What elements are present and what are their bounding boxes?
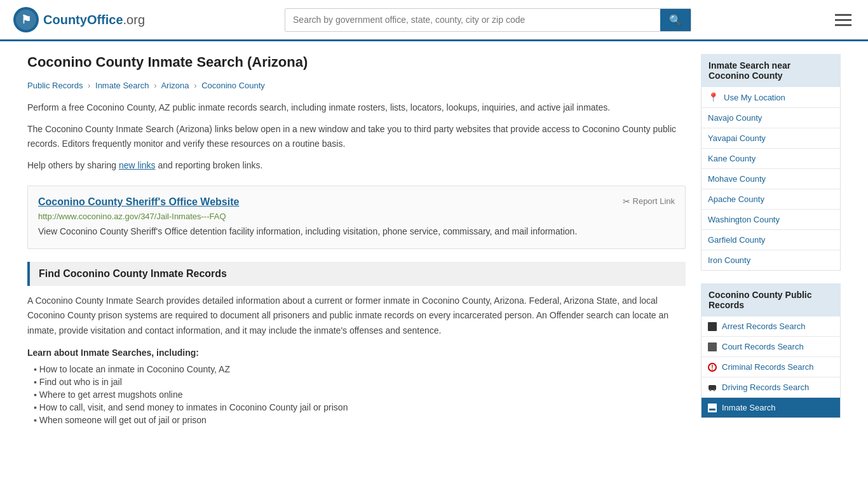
find-section-body: A Coconino County Inmate Search provides… — [27, 294, 686, 339]
sidebar-item-washington-county[interactable]: Washington County — [702, 210, 840, 230]
new-links-link[interactable]: new links — [119, 160, 156, 170]
link-card-title[interactable]: Coconino County Sheriff's Office Website — [38, 196, 239, 208]
link-card-url[interactable]: http://www.coconino.az.gov/347/Jail-Inma… — [38, 212, 675, 221]
arrest-icon — [708, 322, 717, 331]
logo-text: CountyOffice.org — [43, 13, 145, 27]
page-title: Coconino County Inmate Search (Arizona) — [27, 54, 686, 71]
svg-rect-4 — [708, 342, 717, 351]
sidebar-item-inmate-search[interactable]: ▬ Inmate Search — [702, 398, 840, 417]
report-link-icon: ✂ — [623, 196, 630, 207]
list-item: Find out who is in jail — [34, 376, 686, 388]
find-section-heading: Find Coconino County Inmate Records — [27, 262, 686, 286]
link-card: Coconino County Sheriff's Office Website… — [27, 186, 686, 249]
description-2: The Coconino County Inmate Search (Arizo… — [27, 122, 686, 151]
public-records-list: Arrest Records Search Court Records Sear… — [701, 316, 841, 418]
sidebar-item-yavapai-county[interactable]: Yavapai County — [702, 128, 840, 149]
sidebar-item-navajo-county[interactable]: Navajo County — [702, 108, 840, 128]
main-content: Coconino County Inmate Search (Arizona) … — [27, 54, 686, 431]
svg-text:⚑: ⚑ — [21, 13, 31, 26]
breadcrumb-coconino-county[interactable]: Coconino County — [201, 81, 265, 90]
sidebar-item-court-records[interactable]: Court Records Search — [702, 337, 840, 357]
description-3: Help others by sharing new links and rep… — [27, 158, 686, 172]
breadcrumb-inmate-search[interactable]: Inmate Search — [95, 81, 149, 90]
report-link-button[interactable]: ✂ Report Link — [623, 196, 675, 207]
sidebar-item-use-location[interactable]: 📍 Use My Location — [702, 87, 840, 108]
learn-heading: Learn about Inmate Searches, including: — [27, 348, 686, 358]
criminal-icon: ! — [708, 363, 717, 372]
sidebar-item-iron-county[interactable]: Iron County — [702, 250, 840, 270]
list-item: How to locate an inmate in Coconino Coun… — [34, 363, 686, 376]
nearby-heading: Inmate Search near Coconino County — [701, 54, 841, 87]
bullet-list: How to locate an inmate in Coconino Coun… — [27, 363, 686, 426]
header: ⚑ CountyOffice.org 🔍 — [0, 0, 868, 41]
search-button[interactable]: 🔍 — [660, 9, 691, 31]
sidebar-item-criminal-records[interactable]: ! Criminal Records Search — [702, 357, 840, 377]
sidebar-item-kane-county[interactable]: Kane County — [702, 149, 840, 169]
sidebar: Inmate Search near Coconino County 📍 Use… — [701, 54, 841, 431]
search-area: 🔍 — [285, 8, 691, 32]
description-1: Perform a free Coconino County, AZ publi… — [27, 100, 686, 114]
breadcrumb-public-records[interactable]: Public Records — [27, 81, 83, 90]
search-input[interactable] — [285, 10, 660, 30]
list-item: When someone will get out of jail or pri… — [34, 414, 686, 426]
public-records-section: Coconino County Public Records Arrest Re… — [701, 283, 841, 418]
sidebar-item-apache-county[interactable]: Apache County — [702, 189, 840, 210]
svg-text:!: ! — [711, 364, 713, 371]
court-icon — [708, 342, 717, 351]
logo-area: ⚑ CountyOffice.org — [13, 6, 145, 33]
svg-point-9 — [714, 389, 715, 391]
nearby-list: 📍 Use My Location Navajo County Yavapai … — [701, 87, 841, 271]
svg-text:▬: ▬ — [709, 405, 715, 412]
sidebar-item-mohave-county[interactable]: Mohave County — [702, 169, 840, 189]
list-item: How to call, visit, and send money to in… — [34, 401, 686, 414]
list-item: Where to get arrest mugshots online — [34, 388, 686, 401]
logo-icon: ⚑ — [13, 6, 39, 33]
menu-button[interactable] — [831, 10, 855, 30]
svg-rect-7 — [709, 385, 716, 390]
link-card-header: Coconino County Sheriff's Office Website… — [38, 196, 675, 208]
breadcrumb: Public Records › Inmate Search › Arizona… — [27, 81, 686, 90]
sidebar-item-garfield-county[interactable]: Garfield County — [702, 230, 840, 250]
sidebar-item-driving-records[interactable]: Driving Records Search — [702, 377, 840, 398]
location-icon: 📍 — [708, 92, 719, 102]
driving-icon — [708, 383, 717, 392]
link-card-description: View Coconino County Sheriff's Office de… — [38, 225, 675, 238]
public-records-heading: Coconino County Public Records — [701, 283, 841, 316]
content-wrapper: Coconino County Inmate Search (Arizona) … — [15, 41, 853, 444]
breadcrumb-arizona[interactable]: Arizona — [161, 81, 189, 90]
svg-point-8 — [710, 389, 712, 391]
nearby-section: Inmate Search near Coconino County 📍 Use… — [701, 54, 841, 271]
inmate-icon: ▬ — [708, 403, 717, 412]
sidebar-item-arrest-records[interactable]: Arrest Records Search — [702, 316, 840, 337]
svg-rect-3 — [708, 322, 717, 331]
